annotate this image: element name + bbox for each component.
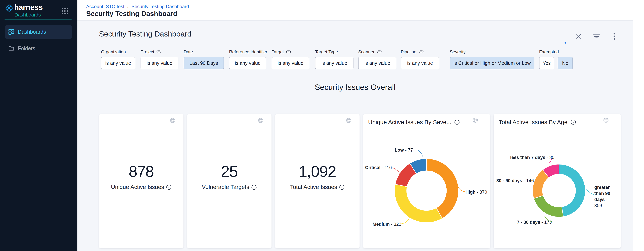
info-icon[interactable] — [251, 185, 257, 190]
filter-group-target-type: Target Typeis any value — [315, 49, 358, 69]
harness-logo-icon[interactable] — [5, 4, 14, 12]
globe-icon[interactable] — [346, 118, 352, 124]
filter-label: Reference Identifier — [229, 49, 272, 54]
sidebar-item-label: Folders — [18, 45, 35, 51]
dashboards-icon — [8, 29, 14, 35]
top-header: Account: STO test › Security Testing Das… — [78, 0, 644, 20]
filter-label: Pipeline — [401, 49, 450, 54]
link-icon[interactable] — [419, 50, 424, 53]
accent-divider — [4, 19, 72, 20]
filter-group-target: Targetis any value — [272, 49, 315, 69]
toggle-option-yes[interactable]: Yes — [539, 57, 554, 69]
dashboard-content: Security Testing Dashboard Organizationi… — [78, 21, 633, 251]
filter-label: Target — [272, 49, 315, 54]
filter-chip-project[interactable]: is any value — [140, 57, 178, 69]
dashboard-actions — [575, 33, 618, 40]
filter-label-text: Scanner — [358, 49, 374, 54]
donut-plot — [363, 114, 490, 248]
tile-unique-active-issues: 878 Unique Active Issues — [99, 114, 184, 248]
slice-label-critical: Critical - 116 — [365, 165, 392, 171]
brand-product: Dashboards — [14, 12, 41, 18]
filter-label: Severity — [450, 49, 539, 54]
slice-connector — [458, 187, 465, 192]
app-root: harness Dashboards Dashboards — [0, 0, 644, 251]
filter-group-organization: Organizationis any value — [101, 49, 140, 69]
filter-icon — [593, 33, 600, 39]
stat-label: Unique Active Issues — [99, 184, 184, 190]
filter-chip-target-type[interactable]: is any value — [315, 57, 354, 69]
kebab-menu-icon — [613, 33, 616, 40]
stat-label: Vulnerable Targets — [187, 184, 272, 190]
filter-group-scanner: Scanneris any value — [358, 49, 401, 69]
sidebar-item-dashboards[interactable]: Dashboards — [5, 25, 72, 39]
donut-slice-7-30-days[interactable] — [534, 196, 563, 217]
slice-label-medium: Medium - 322 — [372, 221, 401, 227]
breadcrumb-page-link[interactable]: Security Testing Dashboard — [132, 4, 189, 9]
stat-value: 25 — [187, 163, 272, 181]
donut-slice-high[interactable] — [426, 159, 458, 218]
filter-chip-target[interactable]: is any value — [272, 57, 310, 69]
globe-icon[interactable] — [258, 118, 264, 124]
filter-label-text: Target Type — [315, 49, 338, 54]
filter-label-text: Pipeline — [401, 49, 416, 54]
filter-chip-pipeline[interactable]: is any value — [401, 57, 439, 69]
sidebar-item-folders[interactable]: Folders — [5, 42, 72, 55]
tile-vulnerable-targets: 25 Vulnerable Targets — [187, 114, 272, 248]
link-icon[interactable] — [377, 50, 382, 53]
donut-slice-greater-than-90-days[interactable] — [559, 164, 586, 217]
brand-row: harness Dashboards — [0, 0, 78, 20]
sidebar-nav: Dashboards Folders — [0, 25, 78, 58]
filter-group-severity: Severityis Critical or High or Medium or… — [450, 49, 539, 69]
sidebar-item-label: Dashboards — [18, 29, 46, 35]
filter-chip-severity[interactable]: is Critical or High or Medium or Low — [450, 57, 534, 69]
info-icon[interactable] — [339, 185, 344, 190]
filter-label-text: Severity — [450, 49, 466, 54]
slice-label-less-than-7-days: less than 7 days - 80 — [510, 154, 554, 161]
slice-label-high: High - 370 — [466, 189, 487, 195]
filter-label-text: Project — [140, 49, 154, 54]
filter-label-text: Organization — [101, 49, 126, 54]
chart-total-active-issues-by-age: Total Active Issues By Age greater than … — [494, 114, 621, 248]
filter-label: Scanner — [358, 49, 401, 54]
cards-row: 878 Unique Active Issues 25 Vulnerable T… — [99, 114, 621, 248]
filter-chip-organization[interactable]: is any value — [101, 57, 135, 69]
slice-connector — [417, 150, 422, 156]
page-title: Security Testing Dashboard — [86, 10, 177, 18]
filter-label: Date — [184, 49, 229, 54]
slice-connector — [586, 189, 594, 195]
breadcrumb-account-link[interactable]: Account: STO test — [86, 4, 124, 9]
tile-total-active-issues: 1,092 Total Active Issues — [275, 114, 360, 248]
filter-label-text: Target — [272, 49, 284, 54]
toggle-option-no[interactable]: No — [558, 57, 573, 69]
filter-label-text: Reference Identifier — [229, 49, 267, 54]
stat-value: 1,092 — [275, 163, 360, 181]
filter-button[interactable] — [593, 33, 600, 40]
chart-unique-active-issues-by-severity: Unique Active Issues By Seve... High - 3… — [363, 114, 490, 248]
filter-label-text: Date — [184, 49, 193, 54]
info-icon[interactable] — [166, 185, 172, 190]
globe-icon[interactable] — [170, 118, 176, 124]
slice-label-7-30-days: 7 - 30 days - 173 — [517, 219, 552, 225]
close-button[interactable] — [575, 33, 582, 40]
chevron-right-icon: › — [127, 4, 129, 9]
filter-chip-reference-identifier[interactable]: is any value — [229, 57, 266, 69]
link-icon[interactable] — [156, 50, 161, 53]
filter-group-pipeline: Pipelineis any value — [401, 49, 450, 69]
filters-row: Organizationis any valueProjectis any va… — [101, 49, 630, 69]
scrollbar-gutter[interactable] — [633, 0, 644, 251]
link-icon[interactable] — [286, 50, 291, 53]
app-switcher-icon[interactable] — [62, 8, 68, 14]
brand-name: harness — [14, 3, 42, 12]
donut-slice-medium[interactable] — [394, 184, 442, 223]
donut-chart: High - 370Medium - 322Critical - 116Low … — [363, 114, 490, 248]
cursor-dot — [564, 42, 566, 43]
breadcrumb: Account: STO test › Security Testing Das… — [86, 4, 189, 9]
filter-chip-scanner[interactable]: is any value — [358, 57, 396, 69]
filter-label: Project — [140, 49, 184, 54]
stat-label: Total Active Issues — [275, 184, 360, 190]
folder-icon — [8, 46, 14, 51]
more-menu-button[interactable] — [611, 33, 618, 40]
filter-chip-date[interactable]: Last 90 Days — [184, 57, 224, 69]
filter-label: Target Type — [315, 49, 358, 54]
filter-group-date: DateLast 90 Days — [184, 49, 229, 69]
